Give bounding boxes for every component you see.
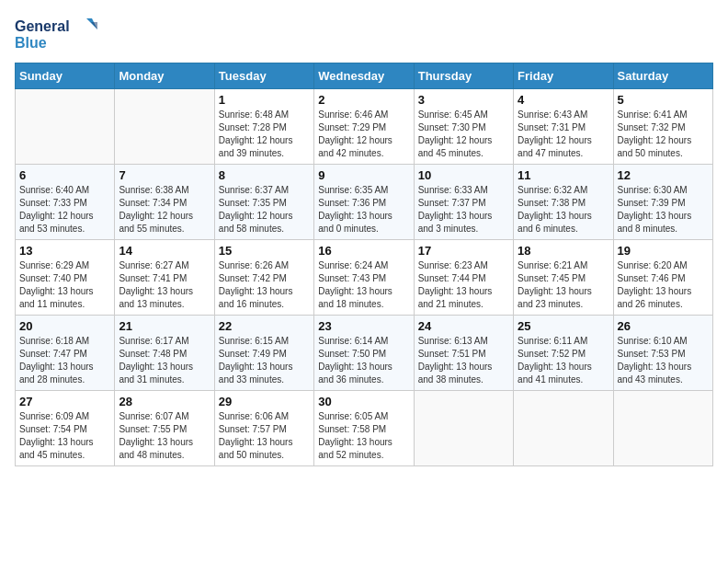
day-info: Sunrise: 6:35 AM Sunset: 7:36 PM Dayligh… xyxy=(318,184,409,236)
day-number: 15 xyxy=(219,244,310,258)
calendar-cell: 23Sunrise: 6:14 AM Sunset: 7:50 PM Dayli… xyxy=(314,316,414,391)
calendar-cell: 19Sunrise: 6:20 AM Sunset: 7:46 PM Dayli… xyxy=(613,240,712,316)
calendar-cell: 6Sunrise: 6:40 AM Sunset: 7:33 PM Daylig… xyxy=(16,165,115,240)
logo: General Blue xyxy=(15,15,97,53)
svg-text:General: General xyxy=(15,18,70,34)
week-row-4: 20Sunrise: 6:18 AM Sunset: 7:47 PM Dayli… xyxy=(16,316,713,391)
day-info: Sunrise: 6:20 AM Sunset: 7:46 PM Dayligh… xyxy=(618,259,709,311)
day-info: Sunrise: 6:24 AM Sunset: 7:43 PM Dayligh… xyxy=(318,259,409,311)
day-number: 13 xyxy=(19,244,110,258)
day-info: Sunrise: 6:32 AM Sunset: 7:38 PM Dayligh… xyxy=(518,184,609,236)
calendar-cell xyxy=(115,89,214,165)
day-number: 2 xyxy=(318,93,409,107)
calendar-cell: 29Sunrise: 6:06 AM Sunset: 7:57 PM Dayli… xyxy=(214,391,313,466)
weekday-header-thursday: Thursday xyxy=(414,63,513,89)
day-info: Sunrise: 6:17 AM Sunset: 7:48 PM Dayligh… xyxy=(119,335,210,386)
weekday-header-sunday: Sunday xyxy=(16,63,115,89)
week-row-1: 1Sunrise: 6:48 AM Sunset: 7:28 PM Daylig… xyxy=(16,89,713,165)
week-row-5: 27Sunrise: 6:09 AM Sunset: 7:54 PM Dayli… xyxy=(16,391,713,466)
calendar-cell: 12Sunrise: 6:30 AM Sunset: 7:39 PM Dayli… xyxy=(613,165,712,240)
logo-text-block: General Blue xyxy=(15,15,97,53)
svg-text:Blue: Blue xyxy=(15,35,47,51)
day-number: 6 xyxy=(19,168,110,182)
day-number: 8 xyxy=(219,168,310,182)
day-number: 22 xyxy=(219,319,310,333)
day-number: 4 xyxy=(518,93,609,107)
calendar-cell: 14Sunrise: 6:27 AM Sunset: 7:41 PM Dayli… xyxy=(115,240,214,316)
day-number: 12 xyxy=(618,168,709,182)
day-number: 1 xyxy=(219,93,310,107)
day-info: Sunrise: 6:38 AM Sunset: 7:34 PM Dayligh… xyxy=(119,184,210,236)
day-info: Sunrise: 6:29 AM Sunset: 7:40 PM Dayligh… xyxy=(19,259,110,311)
day-number: 25 xyxy=(518,319,609,333)
day-number: 23 xyxy=(318,319,409,333)
day-info: Sunrise: 6:45 AM Sunset: 7:30 PM Dayligh… xyxy=(418,109,509,160)
day-number: 26 xyxy=(618,319,709,333)
calendar-table: SundayMondayTuesdayWednesdayThursdayFrid… xyxy=(15,63,713,466)
day-number: 16 xyxy=(318,244,409,258)
day-info: Sunrise: 6:13 AM Sunset: 7:51 PM Dayligh… xyxy=(418,335,509,386)
day-number: 14 xyxy=(119,244,210,258)
day-info: Sunrise: 6:41 AM Sunset: 7:32 PM Dayligh… xyxy=(618,109,709,160)
day-info: Sunrise: 6:14 AM Sunset: 7:50 PM Dayligh… xyxy=(318,335,409,386)
calendar-cell: 18Sunrise: 6:21 AM Sunset: 7:45 PM Dayli… xyxy=(514,240,613,316)
day-info: Sunrise: 6:26 AM Sunset: 7:42 PM Dayligh… xyxy=(219,259,310,311)
day-info: Sunrise: 6:21 AM Sunset: 7:45 PM Dayligh… xyxy=(518,259,609,311)
calendar-cell: 1Sunrise: 6:48 AM Sunset: 7:28 PM Daylig… xyxy=(214,89,313,165)
calendar-cell: 3Sunrise: 6:45 AM Sunset: 7:30 PM Daylig… xyxy=(414,89,513,165)
calendar-cell: 24Sunrise: 6:13 AM Sunset: 7:51 PM Dayli… xyxy=(414,316,513,391)
day-number: 18 xyxy=(518,244,609,258)
day-number: 11 xyxy=(518,168,609,182)
day-info: Sunrise: 6:07 AM Sunset: 7:55 PM Dayligh… xyxy=(119,410,210,462)
day-info: Sunrise: 6:37 AM Sunset: 7:35 PM Dayligh… xyxy=(219,184,310,236)
calendar-cell: 26Sunrise: 6:10 AM Sunset: 7:53 PM Dayli… xyxy=(613,316,712,391)
calendar-cell: 15Sunrise: 6:26 AM Sunset: 7:42 PM Dayli… xyxy=(214,240,313,316)
calendar-cell: 21Sunrise: 6:17 AM Sunset: 7:48 PM Dayli… xyxy=(115,316,214,391)
day-info: Sunrise: 6:48 AM Sunset: 7:28 PM Dayligh… xyxy=(219,109,310,160)
day-number: 3 xyxy=(418,93,509,107)
day-number: 19 xyxy=(618,244,709,258)
calendar-cell: 10Sunrise: 6:33 AM Sunset: 7:37 PM Dayli… xyxy=(414,165,513,240)
day-info: Sunrise: 6:33 AM Sunset: 7:37 PM Dayligh… xyxy=(418,184,509,236)
weekday-header-wednesday: Wednesday xyxy=(314,63,414,89)
weekday-header-friday: Friday xyxy=(514,63,613,89)
day-number: 5 xyxy=(618,93,709,107)
day-number: 28 xyxy=(119,395,210,408)
calendar-cell: 30Sunrise: 6:05 AM Sunset: 7:58 PM Dayli… xyxy=(314,391,414,466)
day-info: Sunrise: 6:09 AM Sunset: 7:54 PM Dayligh… xyxy=(19,410,110,462)
weekday-header-saturday: Saturday xyxy=(613,63,712,89)
calendar-cell: 13Sunrise: 6:29 AM Sunset: 7:40 PM Dayli… xyxy=(16,240,115,316)
day-info: Sunrise: 6:46 AM Sunset: 7:29 PM Dayligh… xyxy=(318,109,409,160)
calendar-cell: 4Sunrise: 6:43 AM Sunset: 7:31 PM Daylig… xyxy=(514,89,613,165)
day-info: Sunrise: 6:10 AM Sunset: 7:53 PM Dayligh… xyxy=(618,335,709,386)
calendar-cell: 2Sunrise: 6:46 AM Sunset: 7:29 PM Daylig… xyxy=(314,89,414,165)
calendar-cell: 16Sunrise: 6:24 AM Sunset: 7:43 PM Dayli… xyxy=(314,240,414,316)
day-info: Sunrise: 6:18 AM Sunset: 7:47 PM Dayligh… xyxy=(19,335,110,386)
calendar-cell xyxy=(514,391,613,466)
day-number: 29 xyxy=(219,395,310,408)
calendar-cell: 27Sunrise: 6:09 AM Sunset: 7:54 PM Dayli… xyxy=(16,391,115,466)
calendar-cell: 17Sunrise: 6:23 AM Sunset: 7:44 PM Dayli… xyxy=(414,240,513,316)
day-number: 20 xyxy=(19,319,110,333)
day-number: 17 xyxy=(418,244,509,258)
calendar-cell: 28Sunrise: 6:07 AM Sunset: 7:55 PM Dayli… xyxy=(115,391,214,466)
weekday-header-tuesday: Tuesday xyxy=(214,63,313,89)
day-info: Sunrise: 6:11 AM Sunset: 7:52 PM Dayligh… xyxy=(518,335,609,386)
day-info: Sunrise: 6:40 AM Sunset: 7:33 PM Dayligh… xyxy=(19,184,110,236)
calendar-cell: 22Sunrise: 6:15 AM Sunset: 7:49 PM Dayli… xyxy=(214,316,313,391)
day-number: 9 xyxy=(318,168,409,182)
day-info: Sunrise: 6:06 AM Sunset: 7:57 PM Dayligh… xyxy=(219,410,310,462)
day-info: Sunrise: 6:30 AM Sunset: 7:39 PM Dayligh… xyxy=(618,184,709,236)
weekday-header-monday: Monday xyxy=(115,63,214,89)
calendar-cell: 11Sunrise: 6:32 AM Sunset: 7:38 PM Dayli… xyxy=(514,165,613,240)
day-number: 27 xyxy=(19,395,110,408)
day-number: 10 xyxy=(418,168,509,182)
day-info: Sunrise: 6:43 AM Sunset: 7:31 PM Dayligh… xyxy=(518,109,609,160)
calendar-cell: 5Sunrise: 6:41 AM Sunset: 7:32 PM Daylig… xyxy=(613,89,712,165)
calendar-cell: 25Sunrise: 6:11 AM Sunset: 7:52 PM Dayli… xyxy=(514,316,613,391)
day-info: Sunrise: 6:15 AM Sunset: 7:49 PM Dayligh… xyxy=(219,335,310,386)
calendar-cell xyxy=(16,89,115,165)
day-info: Sunrise: 6:27 AM Sunset: 7:41 PM Dayligh… xyxy=(119,259,210,311)
calendar-cell xyxy=(414,391,513,466)
day-info: Sunrise: 6:23 AM Sunset: 7:44 PM Dayligh… xyxy=(418,259,509,311)
